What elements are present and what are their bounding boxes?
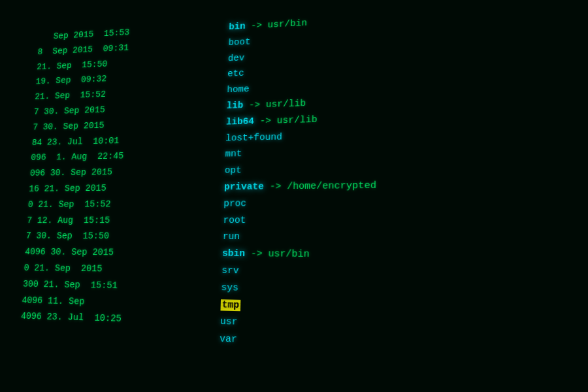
filename-usr: usr: [220, 316, 238, 328]
filename-root: root: [223, 215, 246, 226]
terminal-content: Sep 2015 15:53 8 Sep 2015 09:31 21. Sep …: [10, 0, 588, 392]
filename-etc: etc: [227, 69, 244, 80]
filename-var: var: [220, 333, 237, 345]
link-lib64: -> usr/lib: [259, 114, 317, 127]
filename-boot: boot: [228, 37, 250, 48]
ls-line-10: 096 30. Sep 2015: [29, 163, 206, 182]
ls-line-14: 7 30. Sep 15:50: [25, 229, 204, 246]
ls-line-19: 4096 23. Jul 10:25: [20, 308, 201, 330]
ls-line-12: 0 21. Sep 15:52: [27, 196, 205, 213]
filename-opt: opt: [225, 165, 242, 176]
filename-sys: sys: [221, 282, 238, 294]
filename-mnt: mnt: [225, 149, 242, 160]
filename-lib64: lib64: [226, 116, 254, 127]
link-lib: -> usr/lib: [249, 98, 306, 110]
file-metadata-column: Sep 2015 15:53 8 Sep 2015 09:31 21. Sep …: [17, 18, 211, 387]
terminal-window: Sep 2015 15:53 8 Sep 2015 09:31 21. Sep …: [0, 0, 588, 392]
filename-sbin: sbin: [222, 248, 246, 259]
filename-home: home: [227, 84, 250, 95]
ls-line-11: 16 21. Sep 2015: [29, 180, 206, 197]
link-sbin: -> usr/bin: [251, 248, 310, 260]
filename-srv: srv: [221, 265, 239, 276]
filename-bin: bin: [229, 22, 246, 33]
filename-lost-found: lost+found: [225, 131, 282, 143]
link-private: -> /home/encrypted: [270, 180, 377, 193]
filename-run: run: [223, 231, 240, 242]
link-bin: -> usr/bin: [251, 18, 307, 31]
ls-line-13: 7 12. Aug 15:15: [27, 212, 205, 229]
entry-proc: proc: [223, 193, 588, 212]
entry-run: run: [222, 229, 588, 248]
ls-line-15: 4096 30. Sep 2015: [24, 244, 203, 262]
file-names-column: bin -> usr/bin boot dev etc home lib -: [199, 0, 588, 392]
filename-dev: dev: [228, 53, 245, 64]
entry-root: root: [223, 211, 588, 229]
filename-lib: lib: [227, 101, 244, 112]
filename-tmp: tmp: [220, 299, 240, 311]
filename-private: private: [224, 182, 264, 193]
filename-proc: proc: [223, 198, 246, 209]
